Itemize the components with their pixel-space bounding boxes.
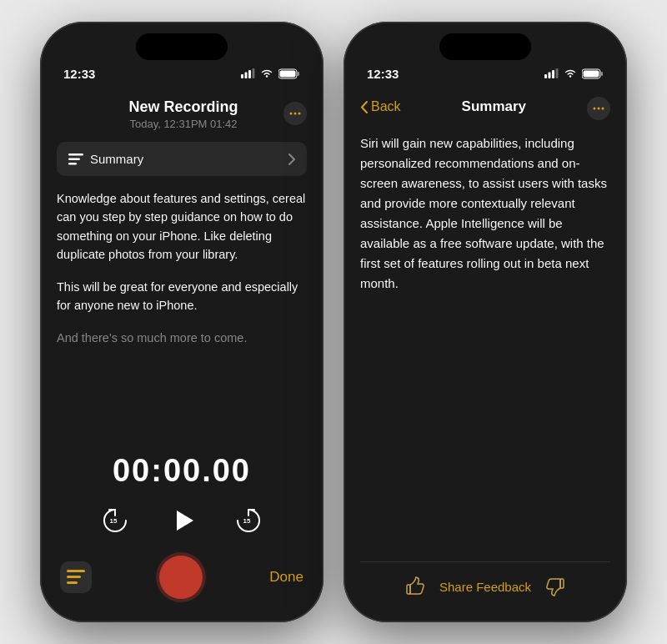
transcript-icon bbox=[67, 570, 85, 585]
feedback-label: Share Feedback bbox=[439, 580, 531, 594]
transcript-text: Knowledge about features and settings, c… bbox=[57, 189, 307, 436]
svg-rect-16 bbox=[67, 570, 85, 572]
play-icon bbox=[165, 504, 198, 537]
transcript-icon-button[interactable] bbox=[60, 561, 92, 593]
svg-rect-5 bbox=[298, 72, 299, 76]
summary-row-button[interactable]: Summary bbox=[57, 142, 307, 176]
svg-rect-29 bbox=[407, 585, 410, 594]
summary-row-left: Summary bbox=[68, 152, 143, 166]
status-time-left: 12:33 bbox=[63, 67, 95, 81]
svg-rect-20 bbox=[549, 73, 551, 79]
recording-meta: Today, 12:31PM 01:42 bbox=[83, 118, 283, 130]
wifi-icon-right bbox=[564, 68, 577, 78]
back-label: Back bbox=[371, 99, 401, 114]
svg-rect-30 bbox=[560, 579, 564, 588]
svg-rect-2 bbox=[248, 70, 251, 78]
transcript-p1: Knowledge about features and settings, c… bbox=[57, 189, 307, 264]
thumbs-up-icon bbox=[404, 576, 426, 597]
svg-marker-14 bbox=[177, 511, 193, 531]
phone-summary: 12:33 bbox=[344, 22, 627, 622]
dynamic-island bbox=[136, 33, 228, 60]
svg-rect-10 bbox=[68, 153, 83, 156]
scene: 12:33 bbox=[0, 0, 667, 644]
notch-area-right bbox=[344, 22, 627, 60]
battery-icon-right bbox=[582, 68, 604, 79]
status-bar-right: 12:33 bbox=[344, 60, 627, 83]
status-time-right: 12:33 bbox=[367, 67, 399, 81]
summary-body: Siri will gain new capabilities, includi… bbox=[360, 133, 610, 555]
svg-rect-11 bbox=[68, 158, 80, 160]
playback-controls: 15 15 bbox=[57, 502, 307, 539]
back-button[interactable]: Back bbox=[360, 99, 401, 114]
thumbs-up-button[interactable] bbox=[404, 576, 426, 597]
status-bar-left: 12:33 bbox=[40, 60, 323, 83]
svg-rect-6 bbox=[280, 70, 296, 77]
svg-text:15: 15 bbox=[110, 517, 118, 525]
ellipsis-icon bbox=[289, 112, 301, 115]
svg-point-26 bbox=[594, 108, 596, 110]
svg-rect-1 bbox=[245, 73, 248, 79]
svg-rect-17 bbox=[67, 576, 81, 578]
chevron-left-icon bbox=[360, 101, 368, 113]
svg-rect-19 bbox=[544, 74, 547, 78]
summary-content: Back Summary Siri will gain new capabili… bbox=[344, 83, 627, 622]
svg-text:15: 15 bbox=[243, 517, 251, 525]
summary-label: Summary bbox=[90, 152, 143, 166]
phone-recording: 12:33 bbox=[40, 22, 323, 622]
summary-nav-title: Summary bbox=[462, 98, 526, 115]
done-button[interactable]: Done bbox=[269, 569, 303, 586]
wifi-icon bbox=[260, 68, 273, 78]
notch-area bbox=[40, 22, 323, 60]
svg-rect-3 bbox=[253, 68, 255, 78]
signal-icon-right bbox=[544, 68, 559, 78]
svg-point-7 bbox=[290, 113, 293, 115]
forward-button[interactable]: 15 bbox=[230, 502, 267, 539]
transcript-p2: This will be great for everyone and espe… bbox=[57, 278, 307, 315]
svg-rect-24 bbox=[601, 72, 603, 76]
svg-point-28 bbox=[602, 108, 604, 110]
bottom-bar: Done bbox=[57, 552, 307, 622]
svg-rect-12 bbox=[68, 163, 77, 165]
more-options-button[interactable] bbox=[283, 102, 307, 125]
status-icons-right bbox=[544, 68, 604, 79]
status-icons-left bbox=[241, 68, 300, 79]
battery-icon bbox=[278, 68, 300, 79]
svg-rect-22 bbox=[556, 68, 559, 78]
chevron-right-icon bbox=[288, 153, 295, 165]
rewind-icon: 15 bbox=[99, 505, 131, 536]
recording-header: New Recording Today, 12:31PM 01:42 bbox=[57, 90, 307, 137]
svg-point-9 bbox=[298, 113, 301, 115]
forward-icon: 15 bbox=[233, 505, 264, 536]
svg-rect-18 bbox=[67, 581, 78, 584]
summary-text: Siri will gain new capabilities, includi… bbox=[360, 133, 610, 294]
summary-more-button[interactable] bbox=[587, 97, 610, 120]
feedback-bar: Share Feedback bbox=[360, 561, 610, 622]
svg-rect-21 bbox=[552, 70, 554, 78]
recording-title: New Recording bbox=[83, 98, 283, 116]
summary-list-icon bbox=[68, 153, 83, 165]
ellipsis-icon-right bbox=[593, 107, 604, 110]
thumbs-down-button[interactable] bbox=[544, 576, 566, 597]
summary-nav: Back Summary bbox=[360, 87, 610, 133]
recording-content: New Recording Today, 12:31PM 01:42 bbox=[40, 83, 323, 622]
rewind-button[interactable]: 15 bbox=[97, 502, 133, 539]
play-button[interactable] bbox=[163, 502, 200, 539]
recording-title-group: New Recording Today, 12:31PM 01:42 bbox=[83, 98, 283, 130]
dynamic-island-right bbox=[439, 33, 531, 60]
svg-point-27 bbox=[598, 108, 600, 110]
svg-point-8 bbox=[294, 113, 297, 115]
svg-rect-0 bbox=[241, 74, 243, 78]
transcript-p3: And there's so much more to come. bbox=[57, 329, 307, 347]
thumbs-down-icon bbox=[544, 576, 566, 597]
timer-display: 00:00.00 bbox=[57, 453, 307, 489]
record-button[interactable] bbox=[159, 556, 203, 599]
svg-rect-25 bbox=[584, 70, 599, 77]
signal-icon bbox=[241, 68, 255, 78]
